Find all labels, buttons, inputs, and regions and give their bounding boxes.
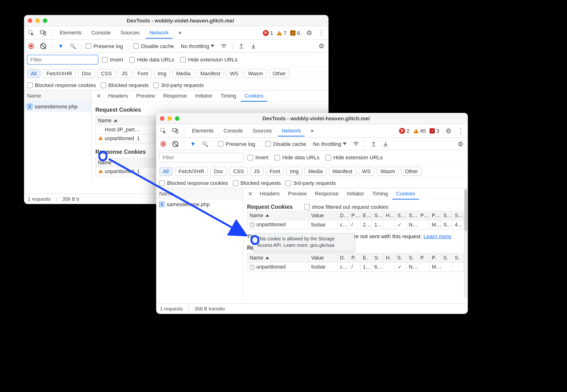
- close-window-button[interactable]: [28, 18, 32, 23]
- type-js[interactable]: JS: [118, 69, 132, 78]
- request-row[interactable]: samesitenone.php: [156, 199, 243, 210]
- error-count[interactable]: ✕2: [399, 128, 410, 134]
- minimize-window-button[interactable]: [167, 116, 172, 121]
- close-detail-icon[interactable]: [94, 91, 104, 101]
- third-party-checkbox[interactable]: 3rd-party requests: [285, 180, 336, 186]
- close-window-button[interactable]: [160, 116, 164, 121]
- type-css[interactable]: CSS: [229, 167, 248, 176]
- tab-console[interactable]: Console: [88, 27, 114, 39]
- type-doc[interactable]: Doc: [210, 167, 227, 176]
- show-filtered-checkbox[interactable]: show filtered out request cookies: [304, 204, 389, 210]
- dtab-preview[interactable]: Preview: [284, 188, 310, 199]
- device-toggle-icon[interactable]: [170, 126, 180, 136]
- invert-checkbox[interactable]: Invert: [102, 57, 123, 63]
- titlebar[interactable]: DevTools - wobbly-violet-heaven.glitch.m…: [24, 15, 328, 26]
- filter-toggle-icon[interactable]: ▼: [188, 139, 198, 149]
- cookie-row[interactable]: i unpartitioned foobar c…/1… 6…✓ N…M…: [247, 262, 464, 271]
- blocked-requests-checkbox[interactable]: Blocked requests: [101, 82, 149, 88]
- scrollbar[interactable]: [464, 188, 468, 298]
- dtab-preview[interactable]: Preview: [133, 90, 159, 102]
- disable-cache-checkbox[interactable]: Disable cache: [133, 43, 174, 49]
- warning-count[interactable]: 7: [277, 30, 286, 36]
- search-icon[interactable]: [200, 139, 210, 149]
- minimize-window-button[interactable]: [35, 18, 40, 23]
- settings-icon[interactable]: [305, 28, 314, 38]
- error-count[interactable]: ✕1: [263, 30, 273, 36]
- network-conditions-icon[interactable]: [351, 139, 361, 149]
- disable-cache-checkbox[interactable]: Disable cache: [265, 141, 306, 147]
- search-icon[interactable]: [68, 41, 78, 51]
- menu-icon[interactable]: [456, 126, 466, 136]
- preserve-log-checkbox[interactable]: Preserve log: [218, 141, 255, 147]
- issues-count[interactable]: ▪3: [430, 128, 439, 134]
- type-img[interactable]: Img: [286, 167, 302, 176]
- type-media[interactable]: Media: [305, 167, 326, 176]
- dtab-cookies[interactable]: Cookies: [392, 188, 419, 199]
- maximize-window-button[interactable]: [43, 18, 47, 23]
- blocked-cookies-checkbox[interactable]: Blocked response cookies: [27, 82, 96, 88]
- type-ws[interactable]: WS: [226, 69, 242, 78]
- filter-input[interactable]: [159, 153, 244, 162]
- throttling-select[interactable]: No throttling: [311, 140, 349, 149]
- request-list-header[interactable]: Name: [156, 188, 243, 199]
- dtab-response[interactable]: Response: [311, 188, 342, 199]
- record-button[interactable]: [159, 139, 168, 149]
- type-font[interactable]: Font: [266, 167, 284, 176]
- dtab-timing[interactable]: Timing: [217, 90, 240, 102]
- clear-button[interactable]: [38, 41, 48, 51]
- request-list-header[interactable]: Name: [24, 90, 91, 101]
- inspect-icon[interactable]: [26, 28, 36, 38]
- issues-count[interactable]: ▪6: [290, 30, 300, 36]
- hide-extension-urls-checkbox[interactable]: Hide extension URLs: [180, 57, 237, 63]
- type-media[interactable]: Media: [172, 69, 194, 78]
- type-all[interactable]: All: [27, 69, 41, 78]
- hide-extension-urls-checkbox[interactable]: Hide extension URLs: [325, 154, 383, 160]
- close-detail-icon[interactable]: [245, 189, 255, 199]
- col-name[interactable]: Name: [247, 211, 309, 220]
- tab-network[interactable]: Network: [146, 27, 173, 39]
- download-har-icon[interactable]: [381, 139, 390, 149]
- type-wasm[interactable]: Wasm: [377, 167, 399, 176]
- type-img[interactable]: Img: [154, 69, 170, 78]
- tab-elements[interactable]: Elements: [56, 27, 86, 39]
- type-fetch[interactable]: Fetch/XHR: [175, 167, 208, 176]
- network-conditions-icon[interactable]: [219, 41, 229, 51]
- type-other[interactable]: Other: [401, 167, 422, 176]
- type-css[interactable]: CSS: [97, 69, 116, 78]
- request-row[interactable]: samesitenone.php: [24, 101, 91, 112]
- dtab-initiator[interactable]: Initiator: [191, 90, 216, 102]
- network-settings-icon[interactable]: [456, 139, 466, 149]
- maximize-window-button[interactable]: [175, 116, 179, 121]
- inspect-icon[interactable]: [159, 126, 168, 136]
- third-party-checkbox[interactable]: 3rd-party requests: [153, 82, 204, 88]
- dtab-headers[interactable]: Headers: [104, 90, 132, 102]
- dtab-response[interactable]: Response: [160, 90, 191, 102]
- filter-toggle-icon[interactable]: ▼: [56, 41, 66, 51]
- filter-input[interactable]: [27, 55, 98, 65]
- type-manifest[interactable]: Manifest: [197, 69, 224, 78]
- menu-icon[interactable]: [316, 28, 326, 38]
- type-manifest[interactable]: Manifest: [329, 167, 356, 176]
- network-settings-icon[interactable]: [316, 41, 326, 51]
- device-toggle-icon[interactable]: [38, 28, 48, 38]
- blocked-requests-checkbox[interactable]: Blocked requests: [233, 180, 281, 186]
- dtab-headers[interactable]: Headers: [256, 188, 283, 199]
- learn-more-link[interactable]: Learn more: [423, 233, 451, 239]
- type-wasm[interactable]: Wasm: [244, 69, 267, 78]
- hide-data-urls-checkbox[interactable]: Hide data URLs: [129, 57, 174, 63]
- throttling-select[interactable]: No throttling: [179, 41, 217, 50]
- tab-network[interactable]: Network: [278, 125, 305, 136]
- dtab-initiator[interactable]: Initiator: [343, 188, 368, 199]
- hide-data-urls-checkbox[interactable]: Hide data URLs: [274, 154, 319, 160]
- type-js[interactable]: JS: [250, 167, 264, 176]
- dtab-timing[interactable]: Timing: [369, 188, 391, 199]
- upload-har-icon[interactable]: [369, 139, 379, 149]
- type-font[interactable]: Font: [134, 69, 151, 78]
- settings-icon[interactable]: [444, 126, 453, 136]
- upload-har-icon[interactable]: [237, 41, 246, 51]
- cookie-row[interactable]: i unpartitioned foobar c…/2… 1…✓ N…M… S……: [247, 220, 464, 229]
- info-icon[interactable]: i: [250, 222, 255, 227]
- type-doc[interactable]: Doc: [78, 69, 95, 78]
- tab-console[interactable]: Console: [220, 125, 247, 136]
- titlebar[interactable]: DevTools - wobbly-violet-heaven.glitch.m…: [156, 113, 468, 124]
